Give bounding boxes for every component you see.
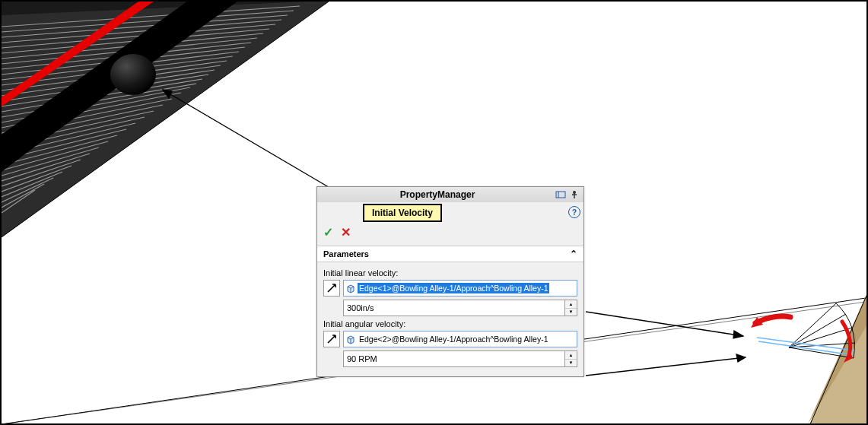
- angular-velocity-selection[interactable]: Edge<2>@Bowling Alley-1/Approach^Bowling…: [343, 331, 577, 347]
- spin-down-icon[interactable]: ▼: [565, 360, 577, 367]
- angular-selection-text: Edge<2>@Bowling Alley-1/Approach^Bowling…: [358, 334, 549, 344]
- cancel-button[interactable]: ✕: [341, 225, 351, 239]
- pin-icon[interactable]: [568, 189, 580, 201]
- edge-icon: [345, 334, 356, 344]
- spin-up-icon[interactable]: ▲: [565, 300, 577, 309]
- reverse-direction-button[interactable]: [323, 331, 340, 347]
- angular-value-spinner[interactable]: ▲ ▼: [565, 350, 577, 367]
- panel-subtitle-row: Initial Velocity ?: [317, 202, 583, 222]
- spin-down-icon[interactable]: ▼: [565, 309, 577, 316]
- linear-velocity-label: Initial linear velocity:: [323, 268, 577, 278]
- panel-actions: ✓ ✕: [317, 222, 583, 246]
- svg-point-47: [110, 54, 156, 95]
- section-title: Parameters: [323, 249, 369, 258]
- linear-value-spinner[interactable]: ▲ ▼: [565, 300, 577, 316]
- svg-rect-63: [556, 192, 565, 198]
- panel-title: PropertyManager: [320, 189, 555, 200]
- linear-velocity-value[interactable]: [343, 300, 565, 316]
- edge-icon: [345, 283, 356, 293]
- panel-header: PropertyManager: [317, 187, 583, 202]
- parameters-section-header[interactable]: Parameters ⌃: [317, 246, 583, 262]
- linear-velocity-selection[interactable]: Edge<1>@Bowling Alley-1/Approach^Bowling…: [343, 280, 577, 297]
- chevron-up-icon: ⌃: [570, 249, 577, 259]
- keep-visible-icon[interactable]: [555, 189, 567, 201]
- svg-point-65: [573, 191, 576, 194]
- ok-button[interactable]: ✓: [323, 225, 333, 239]
- spin-up-icon[interactable]: ▲: [565, 351, 577, 360]
- help-icon[interactable]: ?: [568, 206, 580, 218]
- parameters-section-body: Initial linear velocity: Edge<1>@Bowling…: [317, 262, 583, 376]
- property-manager-panel: PropertyManager Initial Velocity ? ✓ ✕ P…: [316, 186, 584, 377]
- reverse-direction-button[interactable]: [323, 280, 340, 297]
- feature-name-tag: Initial Velocity: [363, 204, 442, 222]
- angular-velocity-value[interactable]: [343, 350, 565, 367]
- linear-selection-text: Edge<1>@Bowling Alley-1/Approach^Bowling…: [358, 283, 549, 293]
- angular-velocity-label: Initial angular velocity:: [323, 319, 577, 328]
